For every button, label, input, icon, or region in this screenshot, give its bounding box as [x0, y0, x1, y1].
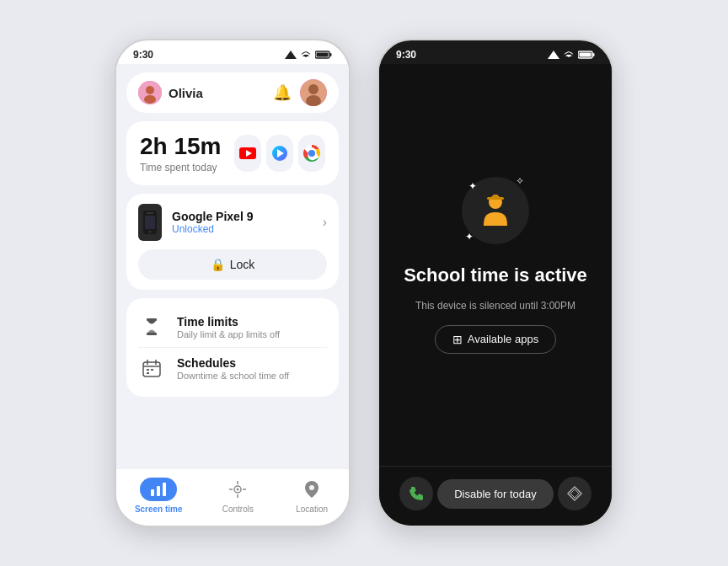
- chrome-icon: [303, 145, 320, 162]
- available-apps-label: Available apps: [468, 333, 538, 345]
- svg-point-20: [149, 231, 152, 233]
- play-icon: [272, 146, 287, 161]
- schedules-subtitle: Downtime & school time off: [177, 371, 289, 381]
- list-item-schedules[interactable]: Schedules Downtime & school time off: [138, 347, 327, 388]
- light-phone: 9:30: [115, 39, 351, 527]
- svg-rect-27: [147, 369, 149, 371]
- avatar-large-image: [300, 79, 327, 106]
- svg-rect-29: [147, 372, 149, 374]
- dark-content: ✦ ✧ ✦ School time is active This device …: [379, 64, 612, 466]
- battery-icon: [315, 51, 332, 59]
- svg-point-39: [309, 485, 314, 490]
- dark-status-time: 9:30: [396, 49, 416, 61]
- timelimits-title: Time limits: [177, 315, 280, 328]
- schedules-text: Schedules Downtime & school time off: [177, 356, 289, 381]
- svg-point-16: [309, 151, 314, 156]
- status-bar-dark: 9:30: [379, 40, 612, 64]
- status-bar-light: 9:30: [116, 40, 349, 64]
- school-icon-circle: ✦ ✧ ✦: [462, 177, 529, 244]
- school-subtitle: This device is silenced until 3:00PM: [415, 300, 575, 312]
- timelimits-icon: [138, 313, 165, 340]
- nav-label-location: Location: [296, 505, 328, 514]
- schedules-icon: [138, 355, 165, 382]
- screentime-icon: [151, 483, 166, 496]
- device-info: Google Pixel 9 Unlocked: [138, 204, 253, 241]
- nav-item-location[interactable]: Location: [293, 478, 330, 514]
- signal-icon: [285, 51, 297, 59]
- device-text: Google Pixel 9 Unlocked: [172, 210, 253, 235]
- device-card: Google Pixel 9 Unlocked › 🔒 Lock: [126, 194, 339, 290]
- status-time: 9:30: [133, 49, 153, 61]
- device-status: Unlocked: [172, 223, 253, 235]
- calendar-icon: [142, 359, 161, 377]
- svg-rect-46: [493, 195, 498, 199]
- phone-call-icon: [408, 485, 425, 502]
- timelimits-text: Time limits Daily limit & app limits off: [177, 315, 280, 339]
- app-icons-row: [234, 135, 325, 172]
- wifi-icon: [300, 51, 312, 59]
- nav-item-screentime[interactable]: Screen time: [135, 478, 183, 514]
- available-apps-button[interactable]: ⊞ Available apps: [435, 325, 556, 354]
- svg-rect-32: [163, 483, 166, 496]
- bell-icon[interactable]: 🔔: [273, 83, 292, 102]
- sparkle-tr: ✧: [516, 175, 524, 187]
- list-card: Time limits Daily limit & app limits off: [126, 298, 339, 397]
- app-icon-chrome[interactable]: [298, 135, 325, 172]
- nav-label-controls: Controls: [222, 505, 254, 514]
- top-bar-left: Olivia: [138, 81, 203, 104]
- dark-battery-icon: [578, 51, 595, 59]
- controls-icon-wrap: [219, 478, 256, 501]
- svg-rect-28: [151, 369, 153, 371]
- disable-today-button[interactable]: Disable for today: [437, 479, 554, 509]
- hourglass-icon: [142, 318, 161, 336]
- svg-rect-21: [147, 318, 157, 321]
- time-label: Time spent today: [140, 162, 222, 174]
- diamond-button[interactable]: [558, 477, 592, 510]
- time-display: 2h 15m: [140, 133, 222, 160]
- svg-point-5: [146, 86, 154, 94]
- phone-device-icon: [138, 204, 162, 241]
- svg-rect-31: [157, 486, 160, 496]
- time-info: 2h 15m Time spent today: [140, 133, 222, 174]
- nav-item-controls[interactable]: Controls: [219, 478, 256, 514]
- top-bar-right: 🔔: [273, 79, 327, 106]
- list-item-timelimits[interactable]: Time limits Daily limit & app limits off: [138, 307, 327, 347]
- svg-point-34: [237, 489, 239, 491]
- svg-rect-42: [593, 53, 595, 56]
- bottom-nav: Screen time Controls: [116, 468, 349, 526]
- avatar-image: [138, 81, 162, 104]
- sparkle-tl: ✦: [468, 180, 477, 192]
- youtube-icon: [239, 147, 256, 159]
- svg-marker-0: [285, 51, 297, 59]
- svg-rect-19: [145, 216, 155, 229]
- top-bar: Olivia 🔔: [126, 72, 339, 113]
- location-icon: [305, 481, 318, 498]
- device-row[interactable]: Google Pixel 9 Unlocked ›: [138, 204, 327, 241]
- chevron-right-icon: ›: [323, 215, 327, 230]
- grid-icon: ⊞: [452, 333, 463, 346]
- sparkle-bl: ✦: [465, 231, 474, 243]
- controls-icon: [229, 481, 246, 498]
- phone-call-button[interactable]: [399, 477, 433, 510]
- dark-bottom-nav: Disable for today: [379, 466, 612, 526]
- lock-label: Lock: [230, 258, 255, 271]
- dark-signal-icon: [548, 51, 559, 59]
- pixel-icon: [143, 211, 157, 234]
- lock-icon: 🔒: [211, 258, 225, 271]
- status-icons: [285, 51, 332, 59]
- device-name: Google Pixel 9: [172, 210, 253, 223]
- school-title: School time is active: [404, 264, 587, 286]
- avatar: [138, 81, 162, 104]
- svg-point-6: [144, 95, 156, 104]
- phone-content: Olivia 🔔 2h 15m Time spent today: [116, 64, 349, 468]
- app-icon-play[interactable]: [266, 135, 293, 172]
- svg-rect-22: [147, 333, 157, 335]
- lock-button[interactable]: 🔒 Lock: [138, 249, 327, 280]
- timelimits-subtitle: Daily limit & app limits off: [177, 329, 280, 339]
- svg-rect-3: [317, 53, 329, 57]
- time-card-row: 2h 15m Time spent today: [140, 133, 325, 174]
- user-avatar-large[interactable]: [300, 79, 327, 106]
- screen-time-card: 2h 15m Time spent today: [126, 121, 339, 185]
- app-icon-youtube[interactable]: [234, 135, 261, 172]
- schedules-title: Schedules: [177, 356, 289, 370]
